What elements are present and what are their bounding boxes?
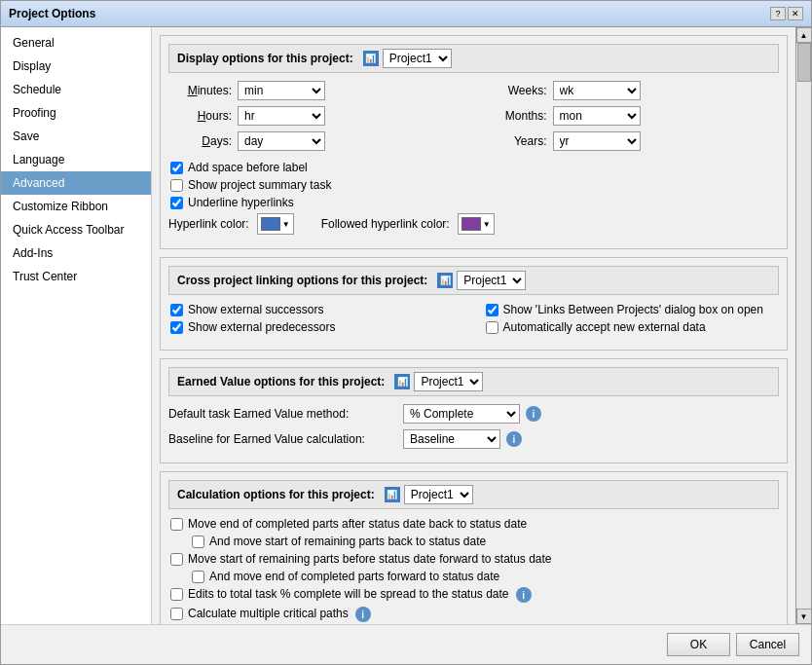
- show-external-successors-checkbox[interactable]: [170, 304, 183, 316]
- years-select[interactable]: yr: [553, 131, 641, 151]
- calculate-critical-checkbox[interactable]: [170, 608, 183, 620]
- move-start-remaining-label[interactable]: Move start of remaining parts before sta…: [188, 552, 552, 566]
- content-area: General Display Schedule Proofing Save L…: [1, 27, 811, 624]
- show-external-predecessors-row: Show external predecessors: [168, 320, 464, 334]
- years-row: Years: yr: [484, 131, 780, 151]
- hyperlink-color-row: Hyperlink color: ▼ Followed hyperlink co…: [168, 213, 779, 235]
- and-move-end-completed-label[interactable]: And move end of completed parts forward …: [209, 570, 499, 583]
- calc-project-icon: 📊: [385, 487, 400, 502]
- scroll-thumb[interactable]: [797, 43, 811, 82]
- show-project-summary-checkbox[interactable]: [170, 179, 183, 192]
- baseline-info-icon: i: [506, 431, 522, 447]
- project-icon: 📊: [363, 51, 379, 66]
- earned-value-section: Earned Value options for this project: 📊…: [160, 358, 788, 463]
- close-button[interactable]: ✕: [788, 7, 803, 20]
- followed-hyperlink-color-button[interactable]: ▼: [458, 213, 495, 235]
- calculate-critical-label[interactable]: Calculate multiple critical paths: [188, 607, 349, 620]
- show-external-successors-label[interactable]: Show external successors: [188, 303, 323, 316]
- underline-hyperlinks-checkbox[interactable]: [170, 197, 183, 209]
- scroll-down-button[interactable]: ▼: [796, 609, 812, 624]
- calculation-label: Calculation options for this project:: [177, 488, 375, 501]
- move-end-completed-label[interactable]: Move end of completed parts after status…: [188, 517, 527, 531]
- display-options-section: Display options for this project: 📊 Proj…: [160, 35, 788, 249]
- baseline-ev-row: Baseline for Earned Value calculation: B…: [168, 429, 779, 449]
- time-units-left: Minutes: min Hours: hr Days:: [168, 81, 464, 157]
- show-links-dialog-label[interactable]: Show 'Links Between Projects' dialog box…: [503, 303, 763, 316]
- calc-project-dropdown[interactable]: Project1: [404, 485, 473, 504]
- calculate-critical-row: Calculate multiple critical paths i: [170, 607, 779, 622]
- underline-hyperlinks-label[interactable]: Underline hyperlinks: [188, 196, 294, 209]
- cross-project-header: Cross project linking options for this p…: [168, 266, 779, 295]
- and-move-end-completed-checkbox[interactable]: [192, 571, 204, 583]
- months-row: Months: mon: [484, 106, 780, 126]
- and-move-start-remaining-label[interactable]: And move start of remaining parts back t…: [209, 535, 486, 548]
- weeks-row: Weeks: wk: [484, 81, 780, 100]
- add-space-label[interactable]: Add space before label: [188, 161, 308, 174]
- calc-project-selector: 📊 Project1: [385, 485, 473, 504]
- sidebar-item-add-ins[interactable]: Add-Ins: [1, 241, 151, 265]
- sidebar-item-proofing[interactable]: Proofing: [1, 101, 151, 125]
- months-label: Months:: [484, 109, 547, 123]
- hours-label: Hours:: [168, 109, 232, 123]
- sidebar-item-quick-access-toolbar[interactable]: Quick Access Toolbar: [1, 218, 151, 241]
- weeks-select[interactable]: wk: [553, 81, 641, 100]
- move-end-completed-checkbox[interactable]: [170, 518, 183, 531]
- hours-select[interactable]: hr: [238, 106, 325, 126]
- help-button[interactable]: ?: [770, 7, 786, 20]
- cross-project-left: Show external successors Show external p…: [168, 303, 464, 338]
- window-title: Project Options: [9, 7, 95, 20]
- ok-button[interactable]: OK: [667, 633, 730, 656]
- underline-hyperlinks-row: Underline hyperlinks: [168, 196, 779, 209]
- months-select[interactable]: mon: [553, 106, 641, 126]
- show-links-dialog-checkbox[interactable]: [486, 304, 498, 316]
- cross-project-label: Cross project linking options for this p…: [177, 274, 427, 287]
- sidebar-item-advanced[interactable]: Advanced: [1, 171, 151, 195]
- and-move-start-remaining-checkbox[interactable]: [192, 536, 204, 548]
- cross-project-section: Cross project linking options for this p…: [160, 257, 788, 351]
- weeks-label: Weeks:: [484, 84, 547, 97]
- move-start-remaining-checkbox[interactable]: [170, 553, 183, 566]
- edits-to-total-checkbox[interactable]: [170, 588, 183, 601]
- ev-project-icon: 📊: [394, 374, 410, 389]
- baseline-ev-select[interactable]: Baseline: [403, 429, 500, 449]
- sidebar-item-display[interactable]: Display: [1, 55, 151, 78]
- show-external-predecessors-label[interactable]: Show external predecessors: [188, 320, 335, 334]
- display-project-dropdown[interactable]: Project1: [383, 49, 452, 68]
- followed-hyperlink-color-arrow: ▼: [483, 220, 491, 229]
- earned-value-label: Earned Value options for this project:: [177, 375, 385, 388]
- sidebar-item-schedule[interactable]: Schedule: [1, 78, 151, 101]
- years-label: Years:: [484, 134, 547, 148]
- ev-project-selector: 📊 Project1: [394, 372, 483, 391]
- days-select[interactable]: day: [238, 131, 325, 151]
- earned-value-header: Earned Value options for this project: 📊…: [168, 367, 779, 396]
- move-start-remaining-row: Move start of remaining parts before sta…: [170, 552, 779, 566]
- cross-project-dropdown[interactable]: Project1: [457, 271, 526, 290]
- hyperlink-color-swatch: [261, 217, 280, 231]
- cancel-button[interactable]: Cancel: [736, 633, 799, 656]
- add-space-row: Add space before label: [168, 161, 779, 174]
- title-bar-buttons: ? ✕: [770, 7, 803, 20]
- hyperlink-color-button[interactable]: ▼: [257, 213, 294, 235]
- show-external-predecessors-checkbox[interactable]: [170, 321, 183, 334]
- edits-to-total-label[interactable]: Edits to total task % complete will be s…: [188, 587, 509, 601]
- scroll-track: [796, 43, 811, 609]
- show-project-summary-label[interactable]: Show project summary task: [188, 178, 331, 192]
- sidebar-item-customize-ribbon[interactable]: Customize Ribbon: [1, 195, 151, 218]
- sidebar-item-save[interactable]: Save: [1, 125, 151, 148]
- sidebar-item-language[interactable]: Language: [1, 148, 151, 171]
- hyperlink-color-arrow: ▼: [282, 220, 290, 229]
- minutes-select[interactable]: min: [238, 81, 325, 100]
- show-links-dialog-row: Show 'Links Between Projects' dialog box…: [484, 303, 780, 316]
- add-space-checkbox[interactable]: [170, 162, 183, 174]
- auto-accept-label[interactable]: Automatically accept new external data: [503, 320, 706, 334]
- move-end-completed-row: Move end of completed parts after status…: [170, 517, 779, 531]
- default-task-ev-label: Default task Earned Value method:: [168, 407, 397, 421]
- auto-accept-checkbox[interactable]: [486, 321, 498, 334]
- ev-project-dropdown[interactable]: Project1: [414, 372, 483, 391]
- sidebar-item-general[interactable]: General: [1, 31, 151, 55]
- edits-total-info-icon: i: [516, 587, 532, 603]
- title-bar: Project Options ? ✕: [1, 1, 811, 27]
- default-task-ev-select[interactable]: % Complete Physical % Complete: [403, 404, 520, 424]
- scroll-up-button[interactable]: ▲: [796, 27, 812, 43]
- sidebar-item-trust-center[interactable]: Trust Center: [1, 265, 151, 288]
